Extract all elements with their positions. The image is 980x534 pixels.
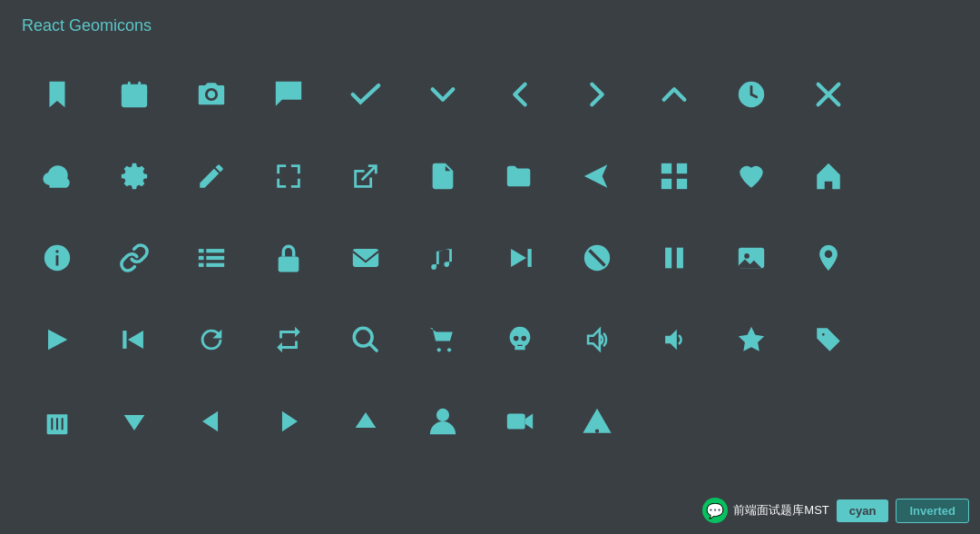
spacer2 — [867, 135, 944, 217]
chat-icon[interactable] — [250, 54, 327, 135]
svg-rect-3 — [121, 91, 146, 94]
folder-icon[interactable] — [481, 135, 558, 217]
cloud-icon[interactable] — [18, 135, 95, 217]
wechat-icon: 💬 — [702, 498, 728, 523]
triangle-right-icon[interactable] — [250, 381, 327, 462]
svg-rect-17 — [198, 263, 203, 267]
triangle-down-icon[interactable] — [95, 381, 172, 462]
wechat-badge: 💬 前端面试题库MST — [702, 498, 828, 523]
cart-icon[interactable] — [404, 299, 481, 381]
svg-rect-6 — [676, 163, 686, 173]
svg-rect-19 — [352, 249, 377, 267]
svg-rect-2 — [138, 82, 141, 87]
pin-icon[interactable] — [789, 217, 867, 299]
photo-icon[interactable] — [712, 217, 789, 299]
link-icon[interactable] — [95, 217, 172, 299]
user-icon[interactable] — [404, 381, 481, 462]
chevron-down-icon[interactable] — [404, 54, 481, 135]
check-icon[interactable] — [327, 54, 404, 135]
home-icon[interactable] — [789, 135, 867, 217]
svg-rect-10 — [55, 255, 58, 265]
external-icon[interactable] — [327, 135, 404, 217]
wechat-label: 前端面试题库MST — [733, 502, 828, 519]
volume-medium-icon[interactable] — [558, 299, 635, 381]
svg-rect-15 — [198, 249, 203, 252]
volume-low-icon[interactable] — [635, 299, 712, 381]
svg-rect-0 — [121, 84, 146, 108]
play-icon[interactable] — [18, 299, 95, 381]
skull-icon[interactable] — [481, 299, 558, 381]
video-icon[interactable] — [481, 381, 558, 462]
lock-icon[interactable] — [250, 217, 327, 299]
svg-rect-13 — [206, 256, 224, 260]
svg-rect-12 — [206, 249, 224, 252]
gear-icon[interactable] — [95, 135, 172, 217]
svg-rect-20 — [527, 249, 531, 267]
clock-icon[interactable] — [712, 54, 789, 135]
refresh-icon[interactable] — [172, 299, 250, 381]
svg-point-29 — [446, 348, 450, 351]
spacer1 — [867, 54, 944, 135]
close-icon[interactable] — [789, 54, 867, 135]
edit-icon[interactable] — [172, 135, 250, 217]
heart-icon[interactable] — [712, 135, 789, 217]
list-icon[interactable] — [172, 217, 250, 299]
svg-rect-16 — [198, 256, 203, 260]
chevron-left-icon[interactable] — [481, 54, 558, 135]
warning-icon[interactable] — [558, 381, 635, 462]
svg-rect-18 — [278, 257, 299, 272]
svg-rect-1 — [127, 82, 130, 87]
bottom-bar: 💬 前端面试题库MST cyan Inverted — [702, 498, 969, 523]
retweet-icon[interactable] — [250, 299, 327, 381]
svg-rect-32 — [506, 414, 524, 430]
next-icon[interactable] — [481, 217, 558, 299]
file-icon[interactable] — [404, 135, 481, 217]
trash-icon[interactable] — [18, 381, 95, 462]
pause-icon[interactable] — [635, 217, 712, 299]
svg-rect-7 — [661, 179, 671, 189]
svg-rect-22 — [665, 248, 671, 269]
bookmark-icon[interactable] — [18, 54, 95, 135]
svg-point-25 — [744, 253, 750, 259]
svg-rect-14 — [206, 263, 224, 267]
icons-grid — [0, 44, 980, 471]
spacer3 — [867, 217, 944, 299]
search-icon[interactable] — [327, 299, 404, 381]
music-icon[interactable] — [404, 217, 481, 299]
tag-icon[interactable] — [789, 299, 867, 381]
triangle-up-icon[interactable] — [327, 381, 404, 462]
inverted-button[interactable]: Inverted — [896, 499, 969, 523]
svg-point-31 — [436, 409, 448, 421]
chevron-right-icon[interactable] — [558, 54, 635, 135]
previous-icon[interactable] — [95, 299, 172, 381]
triangle-left-icon[interactable] — [172, 381, 250, 462]
spacer4 — [867, 299, 944, 381]
cyan-button[interactable]: cyan — [837, 499, 889, 522]
page-title: React Geomicons — [0, 0, 980, 44]
grid-icon[interactable] — [635, 135, 712, 217]
calendar-icon[interactable] — [95, 54, 172, 135]
svg-point-11 — [55, 250, 58, 252]
svg-rect-5 — [661, 163, 671, 173]
mail-icon[interactable] — [327, 217, 404, 299]
svg-rect-23 — [676, 248, 682, 269]
svg-rect-26 — [122, 331, 126, 349]
star-icon[interactable] — [712, 299, 789, 381]
info-icon[interactable] — [18, 217, 95, 299]
svg-rect-8 — [676, 179, 686, 189]
no-icon[interactable] — [558, 217, 635, 299]
chevron-up-icon[interactable] — [635, 54, 712, 135]
svg-point-28 — [436, 348, 440, 351]
camera-icon[interactable] — [172, 54, 250, 135]
expand-icon[interactable] — [250, 135, 327, 217]
navigation-icon[interactable] — [558, 135, 635, 217]
